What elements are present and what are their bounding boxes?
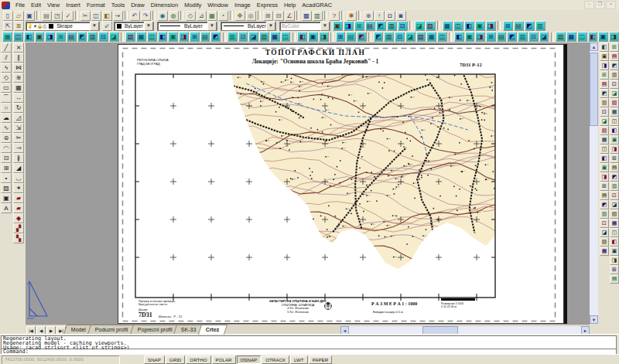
grac-tool-icon[interactable]: ◫ <box>13 32 23 42</box>
menu-help[interactable]: Help <box>281 1 299 10</box>
lock-objects-icon[interactable]: ◘ <box>385 11 395 21</box>
grac-tool-icon[interactable]: ▥ <box>387 21 397 31</box>
arc-icon[interactable]: ⌒ <box>1 93 12 103</box>
grac-tool-icon[interactable]: ▤ <box>200 32 210 42</box>
grac-tool-icon[interactable]: ▥ <box>610 70 619 80</box>
color-combo[interactable]: ByLayer ▼ <box>114 22 154 31</box>
grac-tool-icon[interactable]: ⊞ <box>354 21 364 31</box>
layers-dialog-icon[interactable]: ≣ <box>14 21 24 31</box>
grac-tool-icon[interactable]: ◧ <box>600 43 609 52</box>
explode-icon[interactable]: ✶ <box>13 183 24 193</box>
paste-icon[interactable]: ◧ <box>102 11 112 21</box>
minimize-window-button[interactable]: – <box>584 1 594 9</box>
mirror-icon[interactable]: ⋈ <box>13 63 24 73</box>
grac-tool-icon[interactable]: ▣ <box>610 135 619 145</box>
menu-edit[interactable]: Edit <box>28 1 44 10</box>
make-object-layer-current-icon[interactable]: ⇱ <box>3 21 13 31</box>
grac-tool-icon[interactable]: ◨ <box>179 32 189 42</box>
copy-clip-icon[interactable]: ◫ <box>91 11 101 21</box>
grac-tool-icon[interactable]: ⊡ <box>398 21 408 31</box>
menu-tools[interactable]: Tools <box>108 1 128 10</box>
grac-tool-icon[interactable]: ◧ <box>610 126 619 135</box>
grac-tool-icon[interactable]: ◪ <box>248 32 258 42</box>
grac-tool-icon[interactable]: ⊞ <box>56 32 66 42</box>
polyline-icon[interactable]: ϟ <box>1 63 12 73</box>
grac-tool-icon[interactable]: ◪ <box>405 32 416 42</box>
grac-edit-2-icon[interactable]: ▰ <box>13 203 24 213</box>
grac-edit-4-icon[interactable]: ▞ <box>13 223 24 233</box>
tracking-icon[interactable]: ↑ <box>374 11 385 21</box>
grac-tool-icon[interactable]: ◪ <box>610 200 619 209</box>
grac-tool-icon[interactable]: ▧ <box>556 32 566 42</box>
offset-icon[interactable]: ≋ <box>13 73 24 83</box>
layer-previous-icon[interactable]: ⇙ <box>102 21 112 31</box>
status-toggle-otrack[interactable]: OTRACK <box>262 355 289 364</box>
web-icon[interactable]: ◍ <box>169 11 179 21</box>
status-toggle-paper[interactable]: PAPER <box>309 355 333 364</box>
grac-tool-icon[interactable]: ⊞ <box>610 43 619 52</box>
hscroll-right-arrow[interactable]: ► <box>581 326 590 335</box>
array-icon[interactable]: ▦ <box>13 83 24 93</box>
save-icon[interactable]: ▣ <box>25 11 35 21</box>
pan-realtime-icon[interactable]: ✥ <box>235 11 245 21</box>
vscroll-thumb[interactable] <box>590 53 598 126</box>
make-block-icon[interactable]: ⊞ <box>1 163 12 173</box>
grac-tool-icon[interactable]: ⊡ <box>238 32 248 42</box>
object-snap-icon[interactable]: ◇ <box>186 11 196 21</box>
grac-tool-icon[interactable]: ▤ <box>610 274 619 284</box>
circle-icon[interactable]: ○ <box>1 103 12 113</box>
menu-format[interactable]: Format <box>84 1 108 10</box>
ucs-dialog-icon[interactable]: ⊿ <box>197 11 207 21</box>
grac-tool-icon[interactable]: ◨ <box>319 32 329 42</box>
menu-view[interactable]: View <box>44 1 63 10</box>
zoom-previous-icon[interactable]: ⊟ <box>274 11 284 21</box>
region-icon[interactable]: ▣ <box>1 193 12 203</box>
zoom-realtime-icon[interactable]: ◎ <box>246 11 256 21</box>
grac-tool-icon[interactable]: ◧ <box>454 32 464 42</box>
grac-tool-icon[interactable]: ◪ <box>610 89 619 98</box>
named-views-icon[interactable]: ▦ <box>207 11 217 21</box>
grac-tool-icon[interactable]: ▤ <box>600 80 609 89</box>
menu-window[interactable]: Window <box>204 1 231 10</box>
grac-tool-icon[interactable]: ▥ <box>600 98 609 107</box>
status-toggle-ortho[interactable]: ORTHO <box>186 355 210 364</box>
grac-tool-icon[interactable]: ⊞ <box>600 182 609 191</box>
grac-tool-icon[interactable]: ▤ <box>67 32 77 42</box>
rectangle-icon[interactable]: ▭ <box>1 83 12 93</box>
grac-tool-icon[interactable]: ⊞ <box>610 265 619 274</box>
grac-tool-icon[interactable]: ▧ <box>610 98 619 107</box>
grac-tool-icon[interactable]: ◨ <box>600 172 609 182</box>
status-toggle-grid[interactable]: GRID <box>166 355 185 364</box>
close-window-button[interactable]: × <box>606 1 616 9</box>
grac-tool-icon[interactable]: ▦ <box>610 107 619 117</box>
grac-tool-icon[interactable]: ◧ <box>297 32 307 42</box>
scale-icon[interactable]: ◿ <box>13 113 24 123</box>
grac-tool-icon[interactable]: ▤ <box>497 32 507 42</box>
grac-tool-icon[interactable]: ▦ <box>426 32 436 42</box>
status-toggle-lwt[interactable]: LWT <box>290 355 308 364</box>
grac-tool-icon[interactable]: ◪ <box>600 117 609 126</box>
grac-tool-icon[interactable]: ▧ <box>600 126 609 135</box>
grac-tool-icon[interactable]: ◪ <box>109 32 119 42</box>
grac-tool-icon[interactable]: ◪ <box>600 228 609 237</box>
grac-tool-icon[interactable]: ◩ <box>610 61 619 70</box>
grac-tool-icon[interactable]: ▣ <box>333 21 343 31</box>
menu-acadgrac[interactable]: AcadGRAC <box>299 1 335 10</box>
vscroll-up-arrow[interactable]: ▲ <box>590 43 598 51</box>
grac-tool-icon[interactable]: ◧ <box>610 237 619 247</box>
grac-tool-icon[interactable]: ▦ <box>2 32 12 42</box>
rotate-icon[interactable]: ↻ <box>13 103 24 113</box>
grac-tool-icon[interactable]: ◪ <box>539 32 549 42</box>
grac-tool-icon[interactable]: ◩ <box>357 32 367 42</box>
layer-combo[interactable]: 💡☀🔒⎙ Skrape ▼ <box>26 22 100 31</box>
ellipse-arc-icon[interactable]: ◠ <box>1 143 12 153</box>
grac-tool-icon[interactable]: ◩ <box>374 32 384 42</box>
grac-tool-icon[interactable]: ◪ <box>415 21 425 31</box>
grac-tool-icon[interactable]: ▣ <box>308 32 318 42</box>
grac-tool-icon[interactable]: ⊡ <box>600 219 609 228</box>
hscroll-thumb[interactable] <box>422 326 458 335</box>
print-preview-icon[interactable]: ◳ <box>53 11 63 21</box>
grac-tool-icon[interactable]: ▥ <box>384 32 394 42</box>
grac-tool-icon[interactable]: ▤ <box>610 163 619 172</box>
grac-tool-icon[interactable]: ▤ <box>610 52 619 61</box>
